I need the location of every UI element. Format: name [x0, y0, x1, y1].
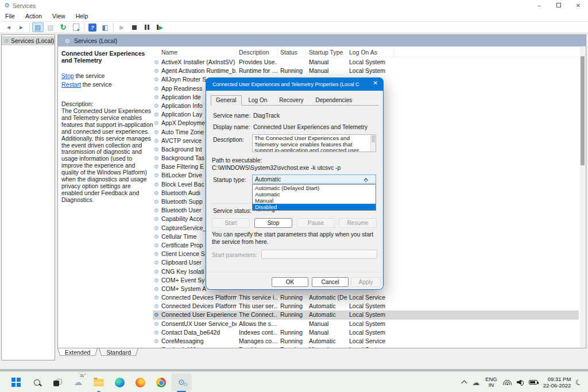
- dialog-title-bar: Connected User Experiences and Telemetry…: [206, 77, 384, 91]
- menu-view[interactable]: View: [47, 11, 71, 21]
- menu-action[interactable]: Action: [20, 11, 47, 21]
- startup-type-combobox[interactable]: Automatic: [252, 174, 376, 184]
- column-startup-type[interactable]: Startup Type: [309, 49, 347, 56]
- description-scrollbar[interactable]: [370, 135, 376, 152]
- table-row[interactable]: ⚙ Connected Devices Platform … This serv…: [153, 293, 579, 302]
- column-log-on-as[interactable]: Log On As: [349, 49, 398, 56]
- apply-button[interactable]: Apply: [351, 277, 381, 287]
- start-menu-button[interactable]: [6, 374, 26, 391]
- description-text: The Connected User Experiences and Telem…: [61, 108, 153, 204]
- forward-icon[interactable]: ►: [16, 22, 27, 32]
- minimize-button[interactable]: –: [529, 0, 549, 11]
- language-indicator[interactable]: ENGIN: [485, 377, 497, 388]
- table-row[interactable]: ⚙ ConsentUX User Service_be6… Allows the…: [153, 320, 579, 328]
- resume-button[interactable]: Resume: [339, 218, 377, 228]
- speaker-icon[interactable]: [517, 379, 524, 386]
- show-hide-tree-icon[interactable]: ◧: [99, 22, 111, 32]
- ok-button[interactable]: OK: [272, 277, 308, 287]
- stop-service-icon[interactable]: [129, 22, 140, 32]
- onedrive-cloud-icon[interactable]: ☁: [472, 378, 479, 387]
- restart-service-icon[interactable]: ▶: [154, 22, 165, 32]
- services-icon: ⚙: [65, 38, 70, 44]
- table-row[interactable]: ⚙ Connected Devices Platform … This user…: [153, 302, 579, 311]
- view-tabs: ExtendedStandard: [57, 348, 586, 359]
- service-icon: ⚙: [154, 171, 159, 180]
- back-icon[interactable]: ◄: [3, 22, 14, 32]
- show-console-icon[interactable]: ▤: [32, 22, 44, 32]
- service-name-value: DiagTrack: [253, 112, 280, 119]
- start-parameters-input[interactable]: [261, 250, 377, 259]
- table-row[interactable]: ⚙ Connected User Experiences … The Conne…: [153, 311, 579, 319]
- menu-help[interactable]: Help: [71, 11, 94, 21]
- cell-name: Connected Devices Platform …: [161, 302, 237, 311]
- service-icon: ⚙: [154, 154, 159, 162]
- cell-log-on-as: Local System: [349, 67, 398, 75]
- dropdown-option[interactable]: Disabled: [253, 204, 376, 210]
- clock[interactable]: 09:31 PM22-06-2022: [543, 376, 571, 389]
- dialog-title: Connected User Experiences and Telemetry…: [206, 81, 359, 87]
- close-button[interactable]: ✕: [568, 0, 588, 11]
- tab-log-on[interactable]: Log On: [243, 95, 273, 106]
- cell-startup-type: Manual: [309, 58, 347, 67]
- table-row[interactable]: ⚙ CoreMessaging Manages co… Running Auto…: [153, 337, 579, 346]
- start-service-icon[interactable]: ▶: [116, 22, 127, 32]
- dropdown-option[interactable]: Automatic: [253, 191, 376, 197]
- stop-button[interactable]: Stop: [254, 218, 292, 228]
- tab-dependencies[interactable]: Dependencies: [310, 95, 357, 106]
- refresh-icon[interactable]: ↻: [57, 22, 69, 32]
- weather-widget-button[interactable]: ☁31°: [68, 374, 88, 391]
- task-view-button[interactable]: [47, 374, 68, 391]
- tab-general[interactable]: General: [211, 95, 242, 106]
- dropdown-option[interactable]: Automatic (Delayed Start): [253, 185, 376, 191]
- maximize-button[interactable]: [549, 0, 568, 11]
- help-icon[interactable]: ?: [87, 22, 98, 32]
- column-status[interactable]: Status: [280, 49, 307, 56]
- cell-startup-type: Manual: [309, 320, 347, 328]
- tab-extended[interactable]: Extended: [57, 348, 98, 357]
- tab-recovery[interactable]: Recovery: [274, 95, 308, 106]
- table-row[interactable]: ⚙ Credential Manager Provides sec… Runni…: [153, 346, 579, 348]
- service-icon: ⚙: [154, 197, 159, 206]
- battery-icon[interactable]: [529, 380, 537, 385]
- properties-icon[interactable]: ▤: [45, 22, 56, 32]
- cell-startup-type: Automatic (De…: [309, 293, 347, 302]
- cell-status: Running: [280, 311, 307, 319]
- restart-service-link[interactable]: Restart: [61, 81, 81, 88]
- tab-standard[interactable]: Standard: [99, 348, 138, 357]
- pause-service-icon[interactable]: [141, 22, 153, 32]
- stop-service-link[interactable]: Stop: [61, 72, 74, 79]
- cell-status: Running: [280, 67, 307, 75]
- system-tray: ☁ ENGIN 09:31 PM22-06-2022 ☾: [462, 372, 583, 392]
- table-row[interactable]: ⚙ Contact Data_be642d Indexes cont… Runn…: [153, 328, 579, 337]
- tray-chevron-up-icon[interactable]: [462, 381, 467, 386]
- services-app-button[interactable]: ⚙: [171, 374, 192, 391]
- cell-startup-type: Automatic: [309, 302, 347, 311]
- scrollbar-thumb[interactable]: [581, 56, 585, 165]
- cell-name: ActiveX Installer (AxInstSV): [161, 58, 237, 67]
- focus-assist-moon-icon[interactable]: ☾: [574, 377, 584, 387]
- cell-name: ConsentUX User Service_be6…: [161, 320, 237, 328]
- cancel-button[interactable]: Cancel: [312, 277, 349, 287]
- dialog-close-icon[interactable]: ✕: [373, 80, 378, 86]
- taskbar-search-button[interactable]: [26, 374, 47, 391]
- dropdown-option[interactable]: Manual: [253, 197, 376, 204]
- service-icon: ⚙: [154, 337, 159, 346]
- file-explorer-button[interactable]: [88, 374, 109, 391]
- properties-dialog: Connected User Experiences and Telemetry…: [206, 77, 384, 290]
- firefox-button[interactable]: [130, 374, 150, 391]
- export-list-icon[interactable]: [70, 22, 82, 32]
- edge-button[interactable]: [109, 374, 130, 391]
- column-description[interactable]: Description: [239, 49, 277, 56]
- dialog-description-box[interactable]: The Connected User Experiences and Telem…: [252, 134, 376, 152]
- column-name[interactable]: Name: [161, 49, 237, 56]
- table-row[interactable]: ⚙ ActiveX Installer (AxInstSV) Provides …: [153, 58, 579, 67]
- start-button[interactable]: Start: [212, 218, 250, 228]
- pause-button[interactable]: Pause: [297, 218, 335, 228]
- cell-name: CoreMessaging: [161, 337, 237, 346]
- table-row[interactable]: ⚙ Agent Activation Runtime_b… Runtime fo…: [153, 67, 579, 75]
- list-scrollbar[interactable]: [580, 47, 585, 347]
- wifi-icon[interactable]: [503, 380, 512, 385]
- tree-item-services-local[interactable]: ⚙ Services (Local): [2, 36, 55, 45]
- menu-file[interactable]: File: [0, 11, 20, 21]
- chrome-button[interactable]: [150, 374, 171, 391]
